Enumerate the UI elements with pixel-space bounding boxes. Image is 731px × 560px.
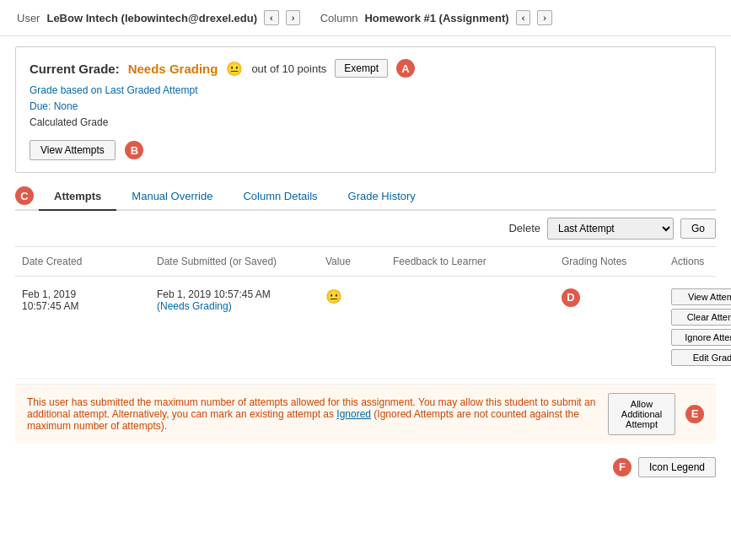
badge-d: D <box>562 288 580 307</box>
due-text: Due: None <box>30 99 701 115</box>
col-header-feedback: Feedback to Learner <box>386 252 555 271</box>
delete-select[interactable]: Last Attempt All Attempts <box>547 218 674 240</box>
go-button[interactable]: Go <box>680 218 716 239</box>
smiley-icon: 😐 <box>226 61 243 77</box>
cell-date-submitted: Feb 1, 2019 10:57:45 AM(Needs Grading) <box>150 285 319 315</box>
allow-additional-attempt-button[interactable]: AllowAdditionalAttempt <box>608 393 675 435</box>
column-value: Homework #1 (Assignment) <box>364 12 508 24</box>
delete-label: Delete <box>508 222 540 234</box>
col-headers: Date Created Date Submitted (or Saved) V… <box>15 246 716 277</box>
cell-grading-notes: D <box>555 285 664 310</box>
badge-f: F <box>613 458 632 477</box>
badge-a: A <box>396 59 415 78</box>
warning-text: This user has submitted the maximum numb… <box>27 396 598 432</box>
column-next-btn[interactable]: › <box>537 10 552 25</box>
edit-grade-button[interactable]: Edit Grade <box>671 349 731 366</box>
ignore-attempt-button[interactable]: Ignore Attempt <box>671 329 731 346</box>
column-separator <box>307 12 313 24</box>
badge-c: C <box>15 186 34 205</box>
col-header-actions: Actions <box>664 252 731 271</box>
clear-attempt-button[interactable]: Clear Attempt <box>671 309 731 326</box>
out-of-text: out of 10 points <box>251 62 326 75</box>
col-header-date-created: Date Created <box>15 252 150 271</box>
current-grade-label: Current Grade: <box>30 62 120 76</box>
value-smiley-icon: 😐 <box>325 289 342 304</box>
cell-feedback <box>386 285 555 292</box>
delete-row: Delete Last Attempt All Attempts Go <box>0 211 731 246</box>
col-header-date-submitted: Date Submitted (or Saved) <box>150 252 319 271</box>
user-next-btn[interactable]: › <box>286 10 301 25</box>
tab-manual-override[interactable]: Manual Override <box>116 183 228 211</box>
current-grade-box: Current Grade: Needs Grading 😐 out of 10… <box>15 46 716 173</box>
grade-based-text: Grade based on Last Graded Attempt <box>30 83 701 99</box>
badge-e: E <box>685 405 704 423</box>
bottom-row: F Icon Legend <box>0 449 731 486</box>
tab-attempts[interactable]: Attempts <box>39 183 116 211</box>
col-header-grading-notes: Grading Notes <box>555 252 664 271</box>
warning-row: This user has submitted the maximum numb… <box>15 384 716 444</box>
badge-b: B <box>125 141 143 159</box>
column-label: Column <box>320 12 358 24</box>
tabs-row: C Attempts Manual Override Column Detail… <box>15 183 716 211</box>
action-btns: View Attempt Clear Attempt Ignore Attemp… <box>671 288 731 366</box>
view-attempt-button[interactable]: View Attempt <box>671 288 731 305</box>
tab-column-details[interactable]: Column Details <box>228 183 332 211</box>
exempt-button[interactable]: Exempt <box>335 59 388 78</box>
user-label: User <box>17 12 40 24</box>
tab-grade-history[interactable]: Grade History <box>333 183 431 211</box>
top-bar: User LeBow Intech (lebowintech@drexel.ed… <box>0 0 731 36</box>
user-prev-btn[interactable]: ‹ <box>264 10 279 25</box>
col-header-value: Value <box>319 252 386 271</box>
calculated-grade-text: Calculated Grade <box>30 115 701 131</box>
cell-actions: View Attempt Clear Attempt Ignore Attemp… <box>664 285 731 369</box>
user-value: LeBow Intech (lebowintech@drexel.edu) <box>46 12 257 24</box>
needs-grading-status: Needs Grading <box>128 62 218 76</box>
view-attempts-button[interactable]: View Attempts <box>30 140 116 160</box>
icon-legend-button[interactable]: Icon Legend <box>638 457 716 477</box>
cell-value: 😐 <box>319 285 386 308</box>
column-prev-btn[interactable]: ‹ <box>516 10 531 25</box>
table-row: Feb 1, 201910:57:45 AM Feb 1, 2019 10:57… <box>15 277 716 379</box>
table-container: Date Created Date Submitted (or Saved) V… <box>15 246 716 379</box>
ignored-link[interactable]: Ignored <box>336 408 371 420</box>
cell-date-created: Feb 1, 201910:57:45 AM <box>15 285 150 315</box>
